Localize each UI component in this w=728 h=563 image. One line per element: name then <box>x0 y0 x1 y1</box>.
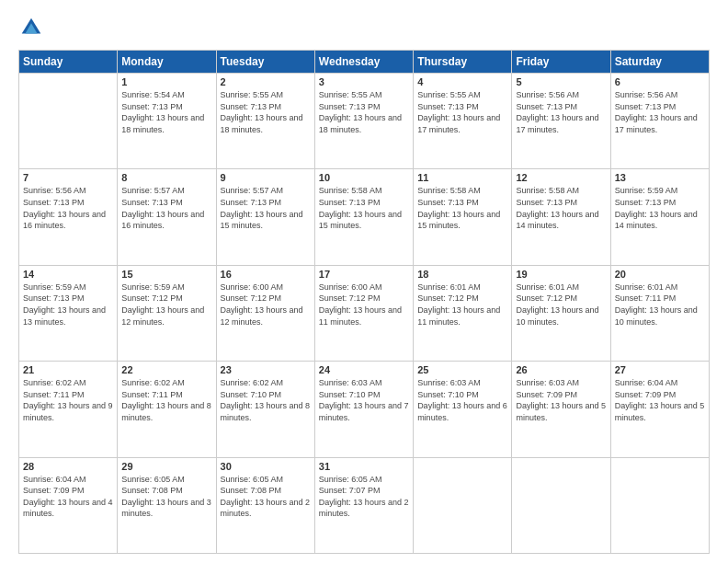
day-number: 2 <box>221 76 311 87</box>
day-number: 27 <box>615 364 705 375</box>
day-info: Sunrise: 6:05 AM Sunset: 7:08 PM Dayligh… <box>121 474 211 520</box>
weekday-header-tuesday: Tuesday <box>216 51 314 74</box>
day-info: Sunrise: 6:05 AM Sunset: 7:08 PM Dayligh… <box>221 474 311 520</box>
day-info: Sunrise: 5:59 AM Sunset: 7:13 PM Dayligh… <box>23 282 113 327</box>
day-info: Sunrise: 5:57 AM Sunset: 7:13 PM Dayligh… <box>121 185 211 231</box>
day-info: Sunrise: 5:58 AM Sunset: 7:13 PM Dayligh… <box>319 185 409 231</box>
weekday-header-wednesday: Wednesday <box>314 51 413 74</box>
day-number: 4 <box>417 76 507 87</box>
calendar-cell <box>512 457 610 553</box>
calendar-cell: 12Sunrise: 5:58 AM Sunset: 7:13 PM Dayli… <box>512 169 610 265</box>
day-number: 14 <box>23 269 113 280</box>
day-info: Sunrise: 6:01 AM Sunset: 7:12 PM Dayligh… <box>516 282 606 327</box>
calendar-cell: 25Sunrise: 6:03 AM Sunset: 7:10 PM Dayli… <box>414 362 512 457</box>
calendar-cell <box>414 457 512 553</box>
day-number: 6 <box>615 76 705 87</box>
day-number: 19 <box>516 269 606 280</box>
calendar-cell: 28Sunrise: 6:04 AM Sunset: 7:09 PM Dayli… <box>19 457 118 553</box>
logo <box>18 15 48 40</box>
calendar-cell: 22Sunrise: 6:02 AM Sunset: 7:11 PM Dayli… <box>118 362 216 457</box>
day-info: Sunrise: 6:03 AM Sunset: 7:10 PM Dayligh… <box>319 377 409 423</box>
day-info: Sunrise: 6:02 AM Sunset: 7:11 PM Dayligh… <box>23 377 113 423</box>
day-number: 10 <box>319 172 409 183</box>
weekday-header-row: SundayMondayTuesdayWednesdayThursdayFrid… <box>19 51 710 74</box>
day-info: Sunrise: 5:55 AM Sunset: 7:13 PM Dayligh… <box>319 89 409 135</box>
day-number: 13 <box>615 172 705 183</box>
day-number: 29 <box>121 461 211 472</box>
day-number: 1 <box>121 76 211 87</box>
calendar-cell: 5Sunrise: 5:56 AM Sunset: 7:13 PM Daylig… <box>512 74 610 169</box>
header <box>18 15 710 40</box>
day-number: 7 <box>23 172 113 183</box>
calendar-cell: 29Sunrise: 6:05 AM Sunset: 7:08 PM Dayli… <box>118 457 216 553</box>
day-number: 20 <box>615 269 705 280</box>
day-number: 11 <box>417 172 507 183</box>
calendar-cell: 23Sunrise: 6:02 AM Sunset: 7:10 PM Dayli… <box>216 362 314 457</box>
calendar-cell: 1Sunrise: 5:54 AM Sunset: 7:13 PM Daylig… <box>118 74 216 169</box>
calendar-week-3: 14Sunrise: 5:59 AM Sunset: 7:13 PM Dayli… <box>19 265 710 361</box>
day-number: 28 <box>23 461 113 472</box>
day-number: 3 <box>319 76 409 87</box>
day-info: Sunrise: 6:04 AM Sunset: 7:09 PM Dayligh… <box>615 377 705 423</box>
day-info: Sunrise: 6:03 AM Sunset: 7:10 PM Dayligh… <box>417 377 507 423</box>
day-info: Sunrise: 5:56 AM Sunset: 7:13 PM Dayligh… <box>516 89 606 135</box>
calendar-week-5: 28Sunrise: 6:04 AM Sunset: 7:09 PM Dayli… <box>19 457 710 553</box>
day-number: 22 <box>121 364 211 375</box>
calendar-cell: 14Sunrise: 5:59 AM Sunset: 7:13 PM Dayli… <box>19 265 118 361</box>
calendar-cell: 24Sunrise: 6:03 AM Sunset: 7:10 PM Dayli… <box>314 362 413 457</box>
day-number: 15 <box>121 269 211 280</box>
day-number: 17 <box>319 269 409 280</box>
calendar-week-2: 7Sunrise: 5:56 AM Sunset: 7:13 PM Daylig… <box>19 169 710 265</box>
calendar-cell: 11Sunrise: 5:58 AM Sunset: 7:13 PM Dayli… <box>414 169 512 265</box>
day-info: Sunrise: 6:04 AM Sunset: 7:09 PM Dayligh… <box>23 474 113 520</box>
day-info: Sunrise: 6:00 AM Sunset: 7:12 PM Dayligh… <box>319 282 409 327</box>
calendar-cell: 20Sunrise: 6:01 AM Sunset: 7:11 PM Dayli… <box>610 265 709 361</box>
weekday-header-monday: Monday <box>118 51 216 74</box>
calendar-cell: 27Sunrise: 6:04 AM Sunset: 7:09 PM Dayli… <box>610 362 709 457</box>
day-info: Sunrise: 5:58 AM Sunset: 7:13 PM Dayligh… <box>516 185 606 231</box>
calendar-cell: 30Sunrise: 6:05 AM Sunset: 7:08 PM Dayli… <box>216 457 314 553</box>
calendar-cell: 2Sunrise: 5:55 AM Sunset: 7:13 PM Daylig… <box>216 74 314 169</box>
calendar-cell: 7Sunrise: 5:56 AM Sunset: 7:13 PM Daylig… <box>19 169 118 265</box>
day-info: Sunrise: 6:03 AM Sunset: 7:09 PM Dayligh… <box>516 377 606 423</box>
day-info: Sunrise: 5:56 AM Sunset: 7:13 PM Dayligh… <box>23 185 113 231</box>
day-number: 5 <box>516 76 606 87</box>
day-number: 16 <box>221 269 311 280</box>
day-number: 18 <box>417 269 507 280</box>
day-info: Sunrise: 6:00 AM Sunset: 7:12 PM Dayligh… <box>221 282 311 327</box>
calendar-cell: 26Sunrise: 6:03 AM Sunset: 7:09 PM Dayli… <box>512 362 610 457</box>
day-info: Sunrise: 6:01 AM Sunset: 7:11 PM Dayligh… <box>615 282 705 327</box>
day-number: 12 <box>516 172 606 183</box>
calendar-cell: 4Sunrise: 5:55 AM Sunset: 7:13 PM Daylig… <box>414 74 512 169</box>
day-info: Sunrise: 5:56 AM Sunset: 7:13 PM Dayligh… <box>615 89 705 135</box>
calendar-cell: 13Sunrise: 5:59 AM Sunset: 7:13 PM Dayli… <box>610 169 709 265</box>
day-number: 26 <box>516 364 606 375</box>
calendar-cell: 18Sunrise: 6:01 AM Sunset: 7:12 PM Dayli… <box>414 265 512 361</box>
day-number: 8 <box>121 172 211 183</box>
day-number: 31 <box>319 461 409 472</box>
calendar-cell <box>19 74 118 169</box>
calendar-cell: 10Sunrise: 5:58 AM Sunset: 7:13 PM Dayli… <box>314 169 413 265</box>
day-info: Sunrise: 5:55 AM Sunset: 7:13 PM Dayligh… <box>417 89 507 135</box>
weekday-header-saturday: Saturday <box>610 51 709 74</box>
day-number: 9 <box>221 172 311 183</box>
day-number: 23 <box>221 364 311 375</box>
calendar-cell: 8Sunrise: 5:57 AM Sunset: 7:13 PM Daylig… <box>118 169 216 265</box>
day-info: Sunrise: 6:02 AM Sunset: 7:11 PM Dayligh… <box>121 377 211 423</box>
day-number: 30 <box>221 461 311 472</box>
calendar-cell <box>610 457 709 553</box>
day-info: Sunrise: 6:02 AM Sunset: 7:10 PM Dayligh… <box>221 377 311 423</box>
calendar-cell: 21Sunrise: 6:02 AM Sunset: 7:11 PM Dayli… <box>19 362 118 457</box>
calendar-cell: 9Sunrise: 5:57 AM Sunset: 7:13 PM Daylig… <box>216 169 314 265</box>
day-number: 21 <box>23 364 113 375</box>
calendar-cell: 16Sunrise: 6:00 AM Sunset: 7:12 PM Dayli… <box>216 265 314 361</box>
weekday-header-thursday: Thursday <box>414 51 512 74</box>
day-info: Sunrise: 5:58 AM Sunset: 7:13 PM Dayligh… <box>417 185 507 231</box>
calendar-week-1: 1Sunrise: 5:54 AM Sunset: 7:13 PM Daylig… <box>19 74 710 169</box>
calendar-week-4: 21Sunrise: 6:02 AM Sunset: 7:11 PM Dayli… <box>19 362 710 457</box>
day-info: Sunrise: 5:59 AM Sunset: 7:13 PM Dayligh… <box>615 185 705 231</box>
calendar-cell: 15Sunrise: 5:59 AM Sunset: 7:12 PM Dayli… <box>118 265 216 361</box>
day-info: Sunrise: 5:54 AM Sunset: 7:13 PM Dayligh… <box>121 89 211 135</box>
calendar-table: SundayMondayTuesdayWednesdayThursdayFrid… <box>18 50 710 554</box>
day-number: 24 <box>319 364 409 375</box>
